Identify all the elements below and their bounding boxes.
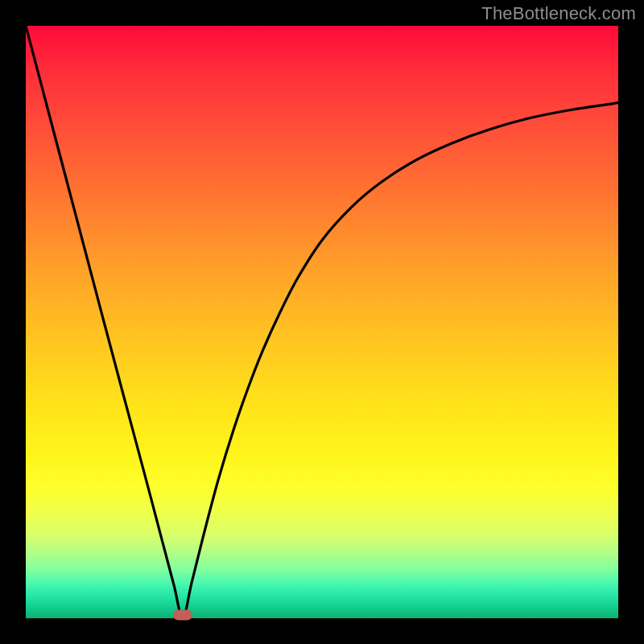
chart-frame: TheBottleneck.com: [0, 0, 644, 644]
watermark-text: TheBottleneck.com: [481, 3, 636, 24]
curve-path: [26, 26, 618, 618]
bottleneck-curve: [26, 26, 618, 618]
minimum-marker: [173, 610, 192, 621]
plot-area: [26, 26, 618, 618]
